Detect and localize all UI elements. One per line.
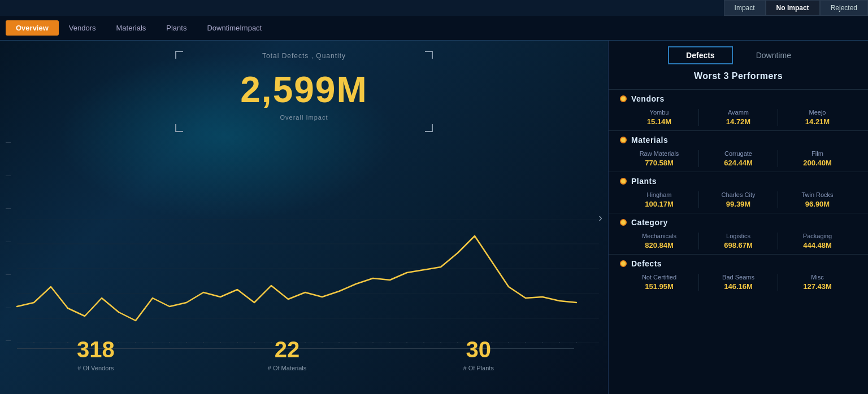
performer-value: 444.48M — [781, 241, 854, 249]
performer-name: Not Certified — [623, 274, 696, 281]
performer-name: Charles City — [702, 191, 775, 198]
section-dot — [620, 219, 627, 226]
line-chart — [0, 219, 599, 343]
performers-grid: Hingham 100.17M Charles City 99.39M Twin… — [620, 191, 857, 208]
performer-name: Corrugate — [702, 150, 775, 157]
performer-name: Meejo — [781, 109, 854, 116]
performer-name: Avamm — [702, 109, 775, 116]
performer-col-2-0: Hingham 100.17M — [620, 191, 699, 208]
section-dot — [620, 137, 627, 143]
materials-count: 22 — [192, 337, 383, 362]
nav-downtime-impact[interactable]: DowntimeImpact — [197, 20, 272, 36]
performer-col-1-1: Corrugate 624.44M — [699, 150, 778, 167]
plants-count: 30 — [383, 337, 574, 362]
performer-name: Misc — [781, 274, 854, 281]
vendors-count: 318 — [0, 337, 192, 362]
section-category: Category Mechanicals 820.84M Logistics 6… — [609, 213, 868, 254]
performer-col-4-1: Bad Seams 146.16M — [699, 274, 778, 291]
materials-label: # Of Materials — [192, 365, 383, 371]
defects-tab[interactable]: Defects — [668, 46, 733, 64]
performer-name: Logistics — [702, 233, 775, 239]
section-vendors: Vendors Yombu 15.14M Avamm 14.72M Meejo … — [609, 89, 868, 130]
bracket-bot-left — [175, 124, 183, 132]
section-plants: Plants Hingham 100.17M Charles City 99.3… — [609, 172, 868, 213]
vendors-stat: 318 # Of Vendors — [0, 337, 192, 371]
right-panel: Defects Downtime Worst 3 Performers Vend… — [608, 41, 868, 394]
performer-value: 96.90M — [781, 200, 854, 208]
performer-value: 14.21M — [781, 117, 854, 126]
performers-container: Vendors Yombu 15.14M Avamm 14.72M Meejo … — [609, 89, 868, 295]
section-dot — [620, 178, 627, 185]
section-dot — [620, 260, 627, 267]
performer-col-4-0: Not Certified 151.95M — [620, 274, 699, 291]
performer-value: 820.84M — [623, 241, 696, 249]
panel-title: Worst 3 Performers — [609, 71, 868, 81]
stats-row: 318 # Of Vendors 22 # Of Materials 30 # … — [0, 337, 574, 371]
performer-value: 127.43M — [781, 282, 854, 291]
nav-vendors[interactable]: Vendors — [59, 20, 106, 36]
section-title-4: Defects — [631, 259, 662, 268]
performer-col-2-2: Twin Rocks 96.90M — [778, 191, 857, 208]
chart-title: Total Defects , Quantity — [0, 52, 608, 60]
performer-name: Hingham — [623, 191, 696, 198]
performer-col-0-2: Meejo 14.21M — [778, 109, 857, 126]
performer-col-1-0: Raw Materials 770.58M — [620, 150, 699, 167]
performer-value: 15.14M — [623, 117, 696, 126]
panel-tabs: Defects Downtime — [609, 46, 868, 64]
performer-name: Raw Materials — [623, 150, 696, 157]
performer-col-0-1: Avamm 14.72M — [699, 109, 778, 126]
performer-name: Film — [781, 150, 854, 157]
performer-name: Twin Rocks — [781, 191, 854, 198]
performer-col-3-2: Packaging 444.48M — [778, 233, 857, 249]
nav-plants[interactable]: Plants — [156, 20, 197, 36]
rejected-button[interactable]: Rejected — [820, 0, 868, 16]
performer-value: 99.39M — [702, 200, 775, 208]
performer-value: 624.44M — [702, 159, 775, 167]
next-arrow[interactable]: › — [598, 211, 602, 224]
performer-col-0-0: Yombu 15.14M — [620, 109, 699, 126]
performer-value: 100.17M — [623, 200, 696, 208]
performer-col-3-1: Logistics 698.67M — [699, 233, 778, 249]
nav-bar: Overview Vendors Materials Plants Downti… — [0, 16, 868, 41]
performer-col-4-2: Misc 127.43M — [778, 274, 857, 291]
performer-name: Yombu — [623, 109, 696, 116]
materials-stat: 22 # Of Materials — [192, 337, 383, 371]
impact-button[interactable]: Impact — [724, 0, 766, 16]
overall-impact-label: Overall Impact — [0, 114, 608, 121]
plants-stat: 30 # Of Plants — [383, 337, 574, 371]
performer-name: Bad Seams — [702, 274, 775, 281]
downtime-tab[interactable]: Downtime — [739, 46, 809, 64]
performer-value: 14.72M — [702, 117, 775, 126]
left-panel: Total Defects , Quantity 2,599M Overall … — [0, 41, 608, 394]
performer-value: 151.95M — [623, 282, 696, 291]
section-dot — [620, 95, 627, 102]
performers-grid: Yombu 15.14M Avamm 14.72M Meejo 14.21M — [620, 109, 857, 126]
performers-grid: Raw Materials 770.58M Corrugate 624.44M … — [620, 150, 857, 167]
top-bar: Impact No Impact Rejected — [724, 0, 868, 16]
section-title-0: Vendors — [631, 94, 665, 103]
section-defects: Defects Not Certified 151.95M Bad Seams … — [609, 254, 868, 295]
bracket-bot-right — [425, 124, 433, 132]
performer-value: 698.67M — [702, 241, 775, 249]
performers-grid: Mechanicals 820.84M Logistics 698.67M Pa… — [620, 233, 857, 249]
performer-value: 146.16M — [702, 282, 775, 291]
performer-col-1-2: Film 200.40M — [778, 150, 857, 167]
main-content: Total Defects , Quantity 2,599M Overall … — [0, 41, 868, 394]
section-title-2: Plants — [631, 177, 657, 186]
section-title-3: Category — [631, 218, 668, 227]
total-defects-value: 2,599M — [0, 69, 608, 111]
section-materials: Materials Raw Materials 770.58M Corrugat… — [609, 130, 868, 172]
performer-name: Packaging — [781, 233, 854, 239]
performer-value: 770.58M — [623, 159, 696, 167]
plants-label: # Of Plants — [383, 365, 574, 371]
nav-overview[interactable]: Overview — [6, 20, 59, 36]
performer-value: 200.40M — [781, 159, 854, 167]
nav-materials[interactable]: Materials — [106, 20, 157, 36]
performer-name: Mechanicals — [623, 233, 696, 239]
performers-grid: Not Certified 151.95M Bad Seams 146.16M … — [620, 274, 857, 291]
section-title-1: Materials — [631, 135, 668, 145]
vendors-label: # Of Vendors — [0, 365, 192, 371]
no-impact-button[interactable]: No Impact — [766, 0, 820, 16]
performer-col-2-1: Charles City 99.39M — [699, 191, 778, 208]
performer-col-3-0: Mechanicals 820.84M — [620, 233, 699, 249]
